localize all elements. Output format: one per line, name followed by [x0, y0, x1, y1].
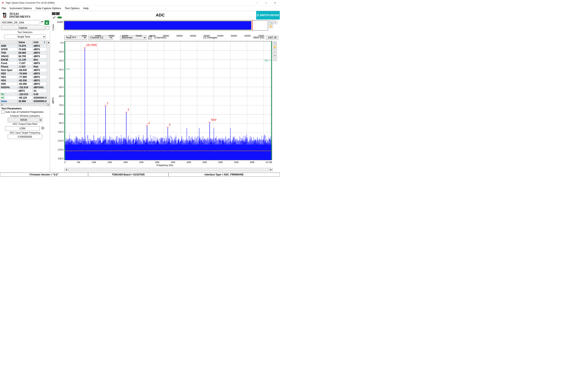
codes-axis-label: Codes: [51, 20, 55, 34]
svg-text:4: 4: [148, 121, 150, 125]
page-title: ADC: [64, 13, 256, 18]
marker-m1-label: = 0,: [66, 68, 70, 70]
svg-text:Spur: Spur: [211, 118, 217, 121]
table-row[interactable]: NSD/Hz-152.819dBFS/Hz: [0, 86, 50, 89]
test-parameters-title: Test Parameters: [1, 107, 49, 110]
auto-calc-checkbox[interactable]: Auto Calc of Coherent Frequencies: [1, 110, 49, 114]
device-icon: [50, 12, 64, 19]
svg-text:2: 2: [107, 101, 108, 105]
download-icon[interactable]: [44, 20, 49, 25]
menu-help[interactable]: Help: [83, 7, 89, 10]
svg-text:3: 3: [127, 108, 129, 111]
adc-rate-input[interactable]: [5, 126, 40, 131]
table-row[interactable]: HD5-94.496dBFS: [0, 82, 50, 86]
fft-x-label: Frequency (Hz): [50, 164, 280, 168]
menubar: File Instrument Options Data Capture Opt…: [0, 6, 280, 11]
codes-y-ticks: 16383: [55, 20, 64, 34]
device-select[interactable]: [1, 20, 39, 25]
table-row[interactable]: ENOB11.135Bits: [0, 58, 50, 61]
hscroll-left-icon[interactable]: ◂: [64, 168, 68, 171]
table-row[interactable]: SFDR70.849dBFS: [0, 48, 50, 51]
switch-device-button[interactable]: ☰ SWITCH DEVICE: [256, 11, 280, 20]
svg-text:TEXAS: TEXAS: [9, 12, 19, 15]
status-interface: Interface Type = ADC_FIRMWARE: [168, 173, 280, 177]
list-icon: ☰: [257, 14, 259, 17]
table-row[interactable]: Phase-1.423Rad: [0, 65, 50, 69]
capture-checkbox[interactable]: [46, 26, 49, 30]
refresh-icon[interactable]: [40, 20, 44, 25]
fft-y-label: dBFS: [51, 41, 55, 160]
table-header-unit[interactable]: Unit ▼: [32, 40, 47, 44]
adc-target-label: ADC Input Target Frequency: [1, 131, 49, 135]
scroll-up-icon[interactable]: ▴: [47, 40, 50, 44]
menu-data-capture-options[interactable]: Data Capture Options: [36, 7, 61, 10]
table-row[interactable]: HD4-92.536dBFS: [0, 79, 50, 82]
titlebar: High Speed Data Converter Pro v6.00 (64B…: [0, 0, 280, 6]
minimize-button[interactable]: –: [253, 0, 261, 5]
svg-rect-4: [56, 12, 60, 15]
test-selection-label: Test Selection: [0, 30, 50, 34]
close-button[interactable]: ✕: [271, 0, 279, 5]
adc-rate-label: ADC Output Data Rate: [1, 122, 49, 126]
pan-icon[interactable]: ✋: [269, 24, 273, 28]
fft-select-icon[interactable]: ▭: [273, 53, 277, 57]
table-row[interactable]: dBFSHz: [0, 89, 50, 93]
svg-text:1(6.25M): 1(6.25M): [86, 43, 97, 47]
scroll-right-icon[interactable]: ▸: [47, 103, 50, 106]
fft-zoom-icon[interactable]: 🔍: [273, 41, 277, 45]
svg-text:INSTRUMENTS: INSTRUMENTS: [9, 15, 30, 18]
table-row[interactable]: M1-120.0150.00: [0, 93, 50, 96]
svg-text:5: 5: [169, 123, 171, 126]
fft-reset-icon[interactable]: ⌂: [273, 57, 277, 61]
menu-file[interactable]: File: [2, 7, 6, 10]
hscroll-right-icon[interactable]: ▸: [269, 168, 273, 171]
menu-test-options[interactable]: Test Options: [65, 7, 80, 10]
svg-rect-3: [52, 12, 55, 15]
fft-x-ticks: 05M10M15M20M25M30M35M40M45M50M55M60M62.5…: [51, 161, 279, 163]
fft-pan-icon[interactable]: ✋: [273, 45, 277, 49]
scroll-left-icon[interactable]: ◂: [0, 103, 3, 106]
plot-pane: Codes 16383 0500010000150002000025000300…: [50, 20, 280, 172]
svg-point-0: [4, 17, 5, 18]
gear-icon[interactable]: [41, 126, 45, 131]
marker-m2-label: M2 = 6: [265, 59, 272, 62]
analysis-window-label: Analysis Window (samples): [1, 114, 49, 118]
zoom-icon[interactable]: 🔍: [269, 20, 273, 24]
metrics-table: Value Unit ▼ ▴ SNR74.876dBFSSFDR70.849dB…: [0, 40, 50, 106]
table-h-scrollbar[interactable]: ◂▸: [0, 103, 50, 106]
table-header-value[interactable]: Value: [18, 40, 32, 44]
svg-rect-42: [64, 144, 272, 160]
adc-target-input[interactable]: [8, 135, 42, 139]
auto-calc-label: Auto Calc of Coherent Frequencies: [5, 111, 43, 113]
table-row[interactable]: SNR74.876dBFS: [0, 44, 50, 48]
table-row[interactable]: Fund.-7.247dBFS: [0, 61, 50, 65]
status-board: TSW1400 Board = K2337535: [88, 173, 168, 177]
svg-point-8: [42, 127, 43, 129]
switch-device-label: SWITCH DEVICE: [260, 14, 279, 17]
menu-instrument-options[interactable]: Instrument Options: [10, 7, 32, 10]
table-row[interactable]: M2-99.12962500000.0: [0, 96, 50, 100]
cursor-add-icon[interactable]: +: [273, 20, 277, 24]
maximize-button[interactable]: □: [262, 0, 270, 5]
codes-plot[interactable]: [64, 20, 268, 30]
capture-button[interactable]: Capture: [1, 26, 45, 30]
window-title: High Speed Data Converter Pro v6.00 (64B…: [6, 1, 253, 4]
app-icon: [1, 1, 4, 4]
fft-h-scrollbar[interactable]: ◂▸: [64, 168, 273, 171]
table-row[interactable]: HD2-70.849dBFS: [0, 72, 50, 75]
test-selection-select[interactable]: Single Tone: [4, 35, 46, 39]
fft-cursor-add-icon[interactable]: +: [273, 49, 277, 53]
fft-y-ticks: 0.0-10.0-20.0-30.0-40.0-50.0-60.0-70.0-8…: [55, 41, 64, 160]
codes-fill: [64, 21, 252, 30]
analysis-window-select[interactable]: 65536: [8, 118, 42, 122]
svg-point-6: [57, 17, 62, 19]
table-row[interactable]: THD69.965dBFS: [0, 51, 50, 55]
table-row[interactable]: SINAD68.795dBFS: [0, 55, 50, 58]
table-row[interactable]: HD3-77.899dBFS: [0, 75, 50, 79]
table-row[interactable]: Next Spur-88.939dBFS: [0, 69, 50, 72]
status-firmware: Firmware Version = "0.2": [0, 173, 88, 177]
fft-plot[interactable]: 1(6.25M)2345Spur = 0, M2 = 6: [64, 41, 272, 160]
test-parameters: Test Parameters Auto Calc of Coherent Fr…: [0, 106, 50, 140]
header-row: TEXAS INSTRUMENTS ADC ☰ SWITCH DEVICE: [0, 11, 280, 20]
table-row[interactable]: Delta20.88662500000.0: [0, 100, 50, 103]
